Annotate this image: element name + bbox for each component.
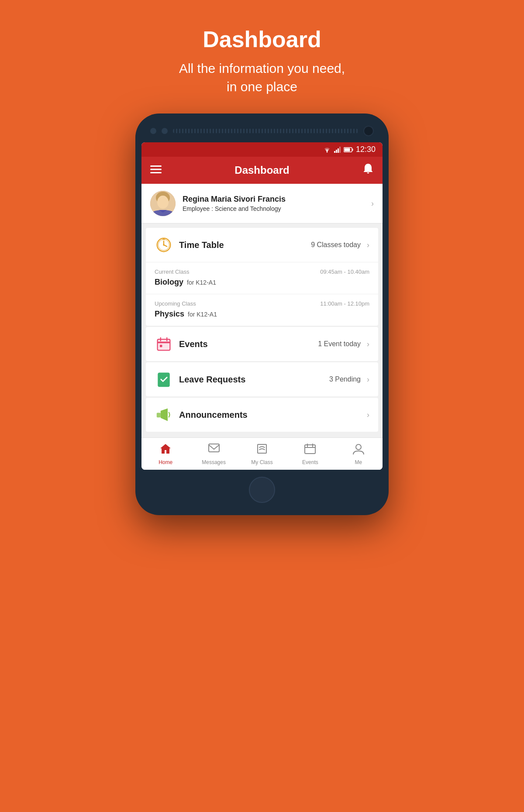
- phone-shell: 12:30 Dashboard: [135, 114, 389, 515]
- app-bar-title: Dashboard: [234, 164, 289, 176]
- status-time: 12:30: [356, 145, 376, 154]
- messages-nav-label: Messages: [202, 459, 226, 465]
- phone-bottom: [141, 477, 383, 503]
- upcoming-class-subject: Physics: [155, 310, 184, 319]
- svg-rect-32: [305, 445, 315, 454]
- svg-rect-1: [334, 151, 335, 153]
- timetable-header: Time Table 9 Classes today ›: [146, 228, 378, 262]
- current-class-time: 09:45am - 10.40am: [320, 268, 369, 275]
- svg-rect-3: [338, 148, 339, 153]
- svg-point-18: [163, 244, 165, 246]
- announcements-icon: [155, 406, 173, 424]
- current-class-meta: Current Class 09:45am - 10.40am: [155, 268, 369, 275]
- leave-title: Leave Requests: [179, 375, 323, 385]
- nav-me[interactable]: Me: [334, 438, 383, 470]
- svg-rect-25: [160, 345, 162, 347]
- svg-point-13: [157, 196, 169, 209]
- svg-rect-4: [339, 147, 341, 153]
- home-button-physical[interactable]: [249, 477, 275, 503]
- hamburger-icon[interactable]: [150, 165, 162, 176]
- events-badge: 1 Event today: [318, 340, 361, 348]
- home-nav-label: Home: [159, 459, 172, 465]
- wifi-icon: [323, 147, 331, 153]
- events-card[interactable]: Events 1 Event today ›: [146, 327, 378, 361]
- page-header: Dashboard All the information you need, …: [179, 0, 345, 114]
- leave-icon: [155, 370, 173, 389]
- svg-point-19: [163, 239, 165, 240]
- speaker-grille: [173, 129, 358, 133]
- sensor-dot-left: [150, 128, 156, 134]
- announcements-title: Announcements: [179, 410, 355, 420]
- svg-rect-29: [157, 413, 161, 418]
- page-title: Dashboard: [179, 26, 345, 52]
- nav-events[interactable]: Events: [286, 438, 334, 470]
- phone-screen: 12:30 Dashboard: [141, 142, 383, 470]
- current-class-subject: Biology: [155, 278, 183, 287]
- home-nav-icon: [159, 443, 172, 458]
- sensor-dot-right: [162, 128, 168, 134]
- nav-myclass[interactable]: My Class: [238, 438, 286, 470]
- timetable-icon: [155, 236, 173, 254]
- events-header: Events 1 Event today ›: [146, 327, 378, 361]
- events-chevron: ›: [367, 340, 369, 349]
- upcoming-class-type: Upcoming Class: [155, 300, 196, 307]
- svg-rect-9: [150, 169, 162, 170]
- user-role: Employee : Science and Technology: [183, 205, 364, 212]
- page-subtitle: All the information you need, in one pla…: [179, 59, 345, 96]
- upcoming-class-group: for K12-A1: [188, 311, 217, 318]
- myclass-nav-label: My Class: [251, 459, 272, 465]
- me-nav-label: Me: [355, 459, 362, 465]
- events-nav-label: Events: [302, 459, 318, 465]
- myclass-nav-icon: [256, 443, 268, 458]
- svg-rect-20: [158, 339, 170, 350]
- current-class-name-row: Biology for K12-A1: [155, 278, 369, 287]
- current-class-item[interactable]: Current Class 09:45am - 10.40am Biology …: [146, 262, 378, 294]
- signal-icon: [334, 147, 341, 153]
- leave-chevron: ›: [367, 375, 369, 384]
- svg-point-36: [356, 444, 361, 450]
- events-nav-icon: [304, 443, 316, 458]
- svg-rect-8: [150, 165, 162, 167]
- nav-messages[interactable]: Messages: [190, 438, 238, 470]
- svg-rect-6: [352, 148, 353, 151]
- upcoming-class-item[interactable]: Upcoming Class 11:00am - 12.10pm Physics…: [146, 294, 378, 326]
- bottom-nav: Home Messages: [141, 437, 383, 470]
- svg-rect-30: [209, 444, 219, 452]
- user-info: Regina Maria Sivori Francis Employee : S…: [183, 195, 364, 212]
- status-bar: 12:30: [141, 142, 383, 157]
- announcements-chevron: ›: [367, 410, 369, 420]
- leave-requests-card[interactable]: Leave Requests 3 Pending ›: [146, 362, 378, 396]
- svg-point-0: [327, 151, 328, 152]
- timetable-title: Time Table: [179, 240, 305, 250]
- user-name: Regina Maria Sivori Francis: [183, 195, 364, 204]
- app-bar: Dashboard: [141, 157, 383, 184]
- user-avatar: [150, 191, 176, 216]
- current-class-type: Current Class: [155, 268, 189, 275]
- cards-area: Time Table 9 Classes today › Current Cla…: [141, 224, 383, 437]
- me-nav-icon: [352, 443, 365, 458]
- battery-icon: [344, 147, 353, 152]
- current-class-group: for K12-A1: [187, 279, 216, 286]
- bell-icon[interactable]: [362, 163, 374, 178]
- svg-rect-22: [158, 342, 170, 344]
- messages-nav-icon: [208, 443, 220, 458]
- leave-badge: 3 Pending: [329, 375, 361, 383]
- svg-rect-10: [150, 172, 162, 173]
- user-card[interactable]: Regina Maria Sivori Francis Employee : S…: [141, 184, 383, 224]
- status-icons: 12:30: [323, 145, 376, 154]
- upcoming-class-time: 11:00am - 12.10pm: [320, 300, 369, 307]
- leave-header: Leave Requests 3 Pending ›: [146, 362, 378, 396]
- timetable-card[interactable]: Time Table 9 Classes today › Current Cla…: [146, 228, 378, 326]
- upcoming-class-meta: Upcoming Class 11:00am - 12.10pm: [155, 300, 369, 307]
- events-title: Events: [179, 339, 312, 349]
- upcoming-class-name-row: Physics for K12-A1: [155, 310, 369, 319]
- timetable-chevron: ›: [367, 241, 369, 250]
- nav-home[interactable]: Home: [141, 438, 190, 470]
- events-icon: [155, 335, 173, 353]
- front-camera: [363, 126, 374, 136]
- svg-rect-2: [336, 150, 337, 153]
- announcements-card[interactable]: Announcements ›: [146, 398, 378, 432]
- timetable-items: Current Class 09:45am - 10.40am Biology …: [146, 262, 378, 326]
- announcements-header: Announcements ›: [146, 398, 378, 432]
- phone-top-sensors: [141, 126, 383, 136]
